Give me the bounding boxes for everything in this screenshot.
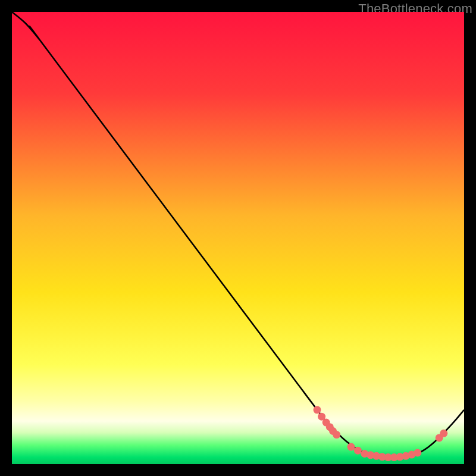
data-marker xyxy=(354,447,362,455)
data-marker xyxy=(333,431,340,439)
data-marker xyxy=(347,443,355,451)
bottleneck-chart xyxy=(12,12,464,464)
data-marker xyxy=(440,430,447,437)
chart-frame: TheBottleneck.com xyxy=(12,12,464,464)
gradient-background xyxy=(12,12,464,464)
data-marker xyxy=(314,406,321,414)
data-marker xyxy=(414,449,421,457)
